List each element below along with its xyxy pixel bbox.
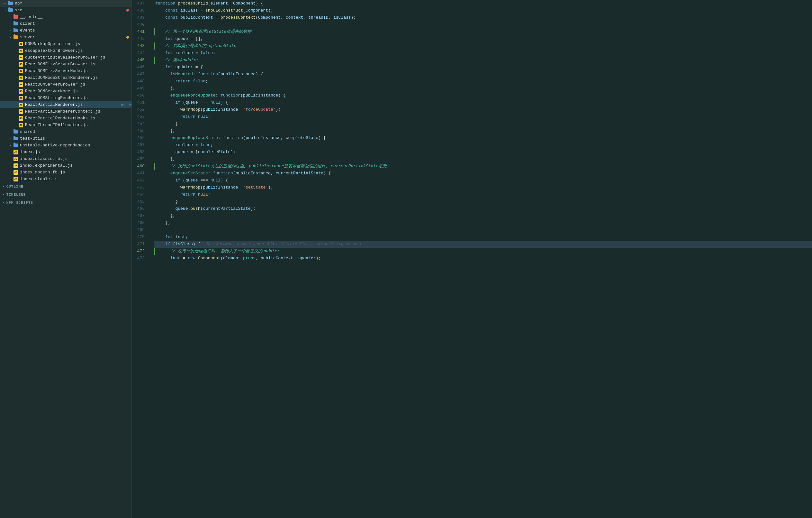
tree-item-ReactDOMStringRenderer[interactable]: JSReactDOMStringRenderer.js: [0, 94, 132, 101]
line-number: 455: [132, 128, 147, 135]
tree-item-index.experimental.js[interactable]: JSindex.experimental.js: [0, 162, 132, 169]
folder-arrow: ▾: [3, 8, 8, 12]
tree-item-DOMMarkupOperations[interactable]: JSDOMMarkupOperations.js: [0, 40, 132, 47]
tree-item-index.classic.fb.js[interactable]: JSindex.classic.fb.js: [0, 155, 132, 162]
file-arrow: [13, 96, 18, 100]
section-arrow: ▸: [3, 200, 5, 205]
code-text: };: [155, 219, 170, 226]
line-number: 466: [132, 205, 147, 212]
code-line: },: [154, 212, 812, 219]
tree-label: ReactPartialRendererHooks.js: [25, 116, 132, 121]
line-number: 444: [132, 50, 147, 57]
tree-item-events[interactable]: ▸events: [0, 27, 132, 34]
line-number: 446: [132, 64, 147, 71]
blame-text: Dan Abramov, a year ago • Add a feature …: [207, 241, 361, 248]
code-text: [155, 21, 158, 28]
tree-item-index.js[interactable]: JSindex.js: [0, 148, 132, 155]
code-line: enqueueSetState: function(publicInstance…: [154, 170, 812, 177]
tree-item-ReactDOMServerBrowser[interactable]: JSReactDOMServerBrowser.js: [0, 81, 132, 88]
js-icon: JS: [18, 103, 24, 107]
code-text: }: [155, 120, 178, 128]
folder-icon: [13, 136, 19, 141]
js-icon: JS: [18, 42, 24, 46]
tree-item-ReactPartialRenderer[interactable]: JSReactPartialRenderer.js9+, M: [0, 101, 132, 108]
tree-label: ReactDOMServerNode.js: [25, 89, 132, 93]
code-text: // 在每一次处理组件时, 都传入了一个自定义的updater: [155, 248, 280, 255]
line-number: 472: [132, 248, 147, 255]
code-line: return null;: [154, 191, 812, 198]
tree-item-server[interactable]: ▾server: [0, 34, 132, 40]
js-icon: JS: [18, 62, 24, 66]
code-line: if (isClass) {Dan Abramov, a year ago • …: [154, 241, 812, 248]
tree-item-ReactDOMNodeStreamRenderer[interactable]: JSReactDOMNodeStreamRenderer.js: [0, 74, 132, 81]
folder-arrow: ▸: [8, 143, 13, 147]
code-text: const isClass = shouldConstruct(Componen…: [155, 7, 273, 14]
line-number: 467: [132, 212, 147, 219]
code-container: 4374384394404414424434444454464474484494…: [132, 0, 812, 518]
code-line: let queue = [];: [154, 35, 812, 43]
tree-item-ReactThreadIDAllocator[interactable]: JSReactThreadIDAllocator.js: [0, 121, 132, 128]
folder-arrow: ▸: [3, 2, 8, 5]
line-numbers: 4374384394404414424434444454464474484494…: [132, 0, 151, 518]
folder-icon: [8, 8, 13, 12]
tree-label: events: [20, 28, 132, 33]
code-text: const publicContext = processContext(Com…: [155, 14, 356, 21]
tree-item-ReactPartialRendererContext[interactable]: JSReactPartialRendererContext.js: [0, 108, 132, 115]
tree-item-npm[interactable]: ▸npm: [0, 0, 132, 7]
line-number: 445: [132, 57, 147, 64]
line-number: 451: [132, 99, 147, 106]
tree-label: npm: [15, 1, 132, 6]
section-npm-scripts[interactable]: ▸NPM SCRIPTS: [0, 198, 132, 207]
git-badge: [126, 36, 129, 38]
code-line: }: [154, 198, 812, 205]
tree-item-index.modern.fb.js[interactable]: JSindex.modern.fb.js: [0, 169, 132, 176]
code-line: // 重写updater: [154, 57, 812, 64]
code-line: queue.push(currentPartialState);: [154, 205, 812, 212]
line-number: 450: [132, 92, 147, 99]
code-line: warnNoop(publicInstance, 'forceUpdate');: [154, 106, 812, 113]
section-arrow: ▸: [3, 184, 5, 189]
tree-item-index.stable.js[interactable]: JSindex.stable.js: [0, 176, 132, 183]
folder-arrow: ▾: [8, 35, 13, 39]
tree-item-client[interactable]: ▸client: [0, 20, 132, 27]
code-text: queue = [completeState];: [155, 148, 236, 156]
tree-item-__tests__[interactable]: ▸__tests__: [0, 13, 132, 20]
file-arrow: [13, 69, 18, 73]
tree-item-unstable-native-dependencies[interactable]: ▸unstable-native-dependencies: [0, 142, 132, 148]
code-line: if (queue === null) {: [154, 99, 812, 106]
folder-arrow: ▸: [8, 22, 13, 26]
section-outline[interactable]: ▸OUTLINE: [0, 183, 132, 190]
tree-label: ReactDOMFizzServerBrowser.js: [25, 62, 132, 66]
js-icon: JS: [18, 49, 24, 53]
tree-item-ReactDOMServerNode[interactable]: JSReactDOMServerNode.js: [0, 88, 132, 94]
js-icon: JS: [18, 123, 24, 128]
tree-label: ReactDOMNodeStreamRenderer.js: [25, 75, 132, 80]
code-text: let replace = false;: [155, 50, 215, 57]
code-text: enqueueReplaceState: function(publicInst…: [155, 135, 326, 142]
tree-item-quoteAttributeValueForBrowser[interactable]: JSquoteAttributeValueForBrowser.js: [0, 54, 132, 61]
tree-item-test-utils[interactable]: ▸test-utils: [0, 135, 132, 142]
code-line: let updater = {: [154, 64, 812, 71]
file-arrow: [13, 56, 18, 59]
code-line: [154, 21, 812, 28]
tree-item-ReactPartialRendererHooks[interactable]: JSReactPartialRendererHooks.js: [0, 115, 132, 121]
code-text: // 执行的setState方法的数据到这里, publicInstance是表…: [155, 163, 387, 170]
code-text: },: [155, 156, 175, 163]
tree-item-shared[interactable]: ▸shared: [0, 128, 132, 135]
line-number: 453: [132, 113, 147, 120]
code-line: queue = [completeState];: [154, 148, 812, 156]
tree-item-ReactDOMFizzServerBrowser[interactable]: JSReactDOMFizzServerBrowser.js: [0, 61, 132, 67]
section-timeline[interactable]: ▸TIMELINE: [0, 190, 132, 198]
tree-item-escapeTextForBrowser[interactable]: JSescapeTextForBrowser.js: [0, 47, 132, 54]
code-text: return null;: [155, 113, 210, 120]
tree-item-src[interactable]: ▾src: [0, 7, 132, 13]
line-number: 473: [132, 255, 147, 262]
code-text: return null;: [155, 191, 210, 198]
code-text: enqueueForceUpdate: function(publicInsta…: [155, 92, 286, 99]
js-icon: JS: [18, 96, 24, 100]
tree-label: index.stable.js: [20, 176, 132, 182]
tree-item-ReactDOMFizzServerNode[interactable]: JSReactDOMFizzServerNode.js: [0, 67, 132, 74]
code-text: let updater = {: [155, 64, 203, 71]
tree-label: server: [20, 35, 126, 39]
folder-arrow: ▸: [8, 15, 13, 19]
